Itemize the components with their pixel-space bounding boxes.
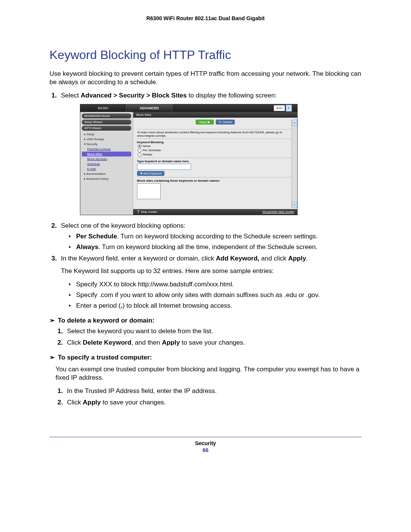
radio-always-label: Always: [143, 153, 152, 156]
trusted-intro: You can exempt one trusted computer from…: [56, 365, 362, 382]
sidebar-group-adv-setup[interactable]: ▸ Advanced Setup: [82, 176, 131, 181]
proc-trusted-label: To specify a trusted computer:: [58, 354, 152, 361]
scrollbar[interactable]: ▴ ▾: [292, 120, 297, 208]
arrow-icon: ➢: [49, 317, 55, 324]
tr-step-1: In the Trusted IP Address field, enter t…: [65, 387, 362, 395]
step3-note: The Keyword list supports up to 32 entri…: [61, 267, 362, 275]
scroll-up-icon[interactable]: ▴: [292, 120, 297, 126]
step2-b2-rest: . Turn on keyword blocking all the time,…: [99, 243, 318, 251]
del2-pre: Click: [67, 339, 83, 346]
proc-delete-heading: ➢To delete a keyword or domain:: [49, 316, 362, 324]
step3-b1: Add Keyword,: [216, 255, 259, 262]
auto-label: Auto: [274, 105, 285, 111]
keyword-input[interactable]: [137, 164, 191, 170]
type-keyword-label: Type keyword or domain name here.: [137, 160, 293, 163]
proc-delete-label: To delete a keyword or domain:: [58, 317, 155, 324]
sample-3: Enter a period (.) to block all Internet…: [68, 302, 362, 310]
sidebar-group-setup[interactable]: ▸ Setup: [82, 132, 131, 137]
sidebar-item-block-sites[interactable]: Block Sites: [82, 152, 131, 157]
step1-bold: Advanced > Security > Block Sites: [81, 92, 187, 99]
radio-never[interactable]: Never: [138, 144, 293, 148]
sidebar-item-block-services[interactable]: Block Services: [82, 157, 131, 161]
sidebar-group-security[interactable]: ▾ Security: [82, 142, 131, 147]
step-2: Select one of the keyword blocking optio…: [59, 222, 362, 251]
radio-sched-label: Per Schedule: [143, 149, 161, 152]
keyword-blocking-label: Keyword Blocking: [137, 141, 293, 144]
screenshot: BASIC ADVANCED Auto ▾ ADVANCED Home Setu…: [80, 104, 362, 215]
step3-pre: In the Keyword field, enter a keyword or…: [61, 255, 216, 262]
step2-bullet-1: Per Schedule. Turn on keyword blocking a…: [68, 233, 362, 240]
trusted-steps: In the Trusted IP Address field, enter t…: [56, 387, 362, 406]
doc-header: R6300 WiFi Router 802.11ac Dual Band Gig…: [49, 15, 362, 21]
radio-icon: [138, 144, 142, 148]
radio-per-schedule[interactable]: Per Schedule: [138, 149, 293, 152]
intro-paragraph: Use keyword blocking to prevent certain …: [49, 70, 362, 86]
step3-mid: and click: [260, 255, 288, 262]
step2-b1-bold: Per Schedule: [76, 233, 117, 240]
sidebar: ADVANCED Home Setup Wizard WPS Wizard ▸ …: [80, 112, 133, 215]
tab-bar: BASIC ADVANCED Auto ▾: [80, 104, 297, 112]
tr-step-2: Click Apply to save your changes.: [65, 399, 362, 406]
del2-b1: Delete Keyword: [83, 339, 132, 346]
main-panel: Block Sites Apply ▶ ✕ Cancel To learn mo…: [133, 112, 297, 215]
radio-icon: [138, 153, 142, 157]
block-list-label: Block sites containing these keywords or…: [137, 179, 293, 182]
help-center-label[interactable]: ❔ Help Center: [136, 210, 157, 214]
show-hide-help-link[interactable]: Show/Hide Help Center: [262, 210, 294, 214]
step2-bullet-2: Always. Turn on keyword blocking all the…: [68, 243, 362, 251]
sidebar-item-advanced-home[interactable]: ADVANCED Home: [82, 113, 131, 118]
sidebar-item-setup-wizard[interactable]: Setup Wizard: [82, 120, 131, 125]
del-step-1: Select the keyword you want to delete fr…: [65, 328, 362, 335]
step3-b2: Apply: [288, 255, 306, 262]
arrow-icon: ➢: [49, 354, 55, 361]
main-steps: Select Advanced > Security > Block Sites…: [49, 92, 362, 310]
footer-section: Security: [49, 440, 362, 446]
radio-icon: [138, 149, 142, 152]
del2-b2: Apply: [162, 339, 180, 346]
sidebar-item-wps-wizard[interactable]: WPS Wizard: [82, 126, 131, 131]
radio-never-label: Never: [143, 144, 151, 148]
step1-post: to display the following screen:: [187, 92, 277, 99]
footer-page-number: 66: [49, 447, 362, 453]
tr2-b: Apply: [83, 399, 101, 406]
cancel-button[interactable]: ✕ Cancel: [216, 120, 235, 125]
sidebar-item-email[interactable]: E-mail: [82, 166, 131, 171]
sidebar-item-schedule[interactable]: Schedule: [82, 161, 131, 166]
tab-advanced[interactable]: ADVANCED: [126, 104, 172, 112]
step2-text: Select one of the keyword blocking optio…: [61, 222, 185, 229]
del-step-2: Click Delete Keyword, and then Apply to …: [65, 339, 362, 347]
tab-basic[interactable]: BASIC: [80, 104, 126, 112]
delete-steps: Select the keyword you want to delete fr…: [56, 328, 362, 347]
tr2-post: to save your changes.: [101, 399, 166, 406]
sidebar-group-admin[interactable]: ▸ Administration: [82, 171, 131, 176]
del2-post: to save your changes.: [180, 339, 245, 346]
add-keyword-button[interactable]: ✚ Add Keyword: [137, 171, 164, 176]
sample-2: Specify .com if you want to allow only s…: [68, 291, 362, 299]
panel-title: Block Sites: [133, 112, 297, 118]
tr2-pre: Click: [67, 399, 83, 406]
proc-trusted-heading: ➢To specify a trusted computer:: [49, 353, 362, 361]
apply-button[interactable]: Apply ▶: [196, 120, 214, 125]
footer: Security 66: [49, 437, 362, 453]
del2-mid: , and then: [131, 339, 162, 346]
chevron-down-icon[interactable]: ▾: [286, 105, 292, 112]
step-1: Select Advanced > Security > Block Sites…: [59, 92, 362, 215]
step3-post: .: [306, 255, 308, 262]
auto-select[interactable]: Auto ▾: [273, 104, 297, 112]
sidebar-item-parental[interactable]: Parental Controls: [82, 147, 131, 152]
section-title: Keyword Blocking of HTTP Traffic: [49, 48, 362, 62]
scroll-down-icon[interactable]: ▾: [292, 202, 297, 208]
step2-b1-rest: . Turn on keyword blocking according to …: [117, 233, 318, 240]
step1-pre: Select: [61, 92, 81, 99]
learn-more-text: To learn more about advanced content fil…: [137, 131, 293, 137]
block-list[interactable]: [137, 183, 161, 199]
sample-1: Specify XXX to block http://www.badstuff…: [68, 281, 362, 288]
step2-b2-bold: Always: [76, 243, 99, 251]
step-3: In the Keyword field, enter a keyword or…: [59, 255, 362, 310]
sidebar-group-usb[interactable]: ▸ USB Storage: [82, 137, 131, 142]
radio-always[interactable]: Always: [138, 153, 293, 157]
